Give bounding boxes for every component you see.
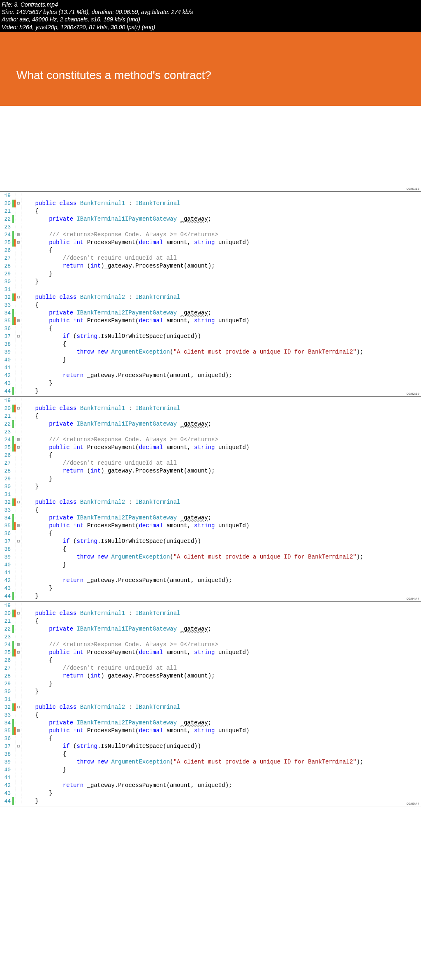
line-number: 27 [0, 664, 12, 672]
code-line: 24⊟ /// <returns>Response Code. Always >… [0, 436, 421, 444]
code-line: 28 return (int)_gateway.ProcessPayment(a… [0, 467, 421, 475]
line-number: 44 [0, 797, 12, 805]
line-number: 28 [0, 467, 12, 475]
line-number: 25 [0, 239, 12, 247]
line-number: 32 [0, 703, 12, 711]
code-line: 37⊟ if (string.IsNullOrWhiteSpace(unique… [0, 743, 421, 750]
code-line: 27 //doesn't require uniqueId at all [0, 664, 421, 672]
line-number: 35 [0, 727, 12, 735]
code-line: 23 [0, 223, 421, 231]
line-number: 21 [0, 617, 12, 625]
line-number: 34 [0, 309, 12, 317]
code-line: 21 { [0, 412, 421, 420]
fold-icon[interactable]: ⊟ [16, 293, 21, 301]
code-line: 39 throw new ArgumentException("A client… [0, 348, 421, 356]
line-number: 31 [0, 286, 12, 293]
line-number: 24 [0, 641, 12, 649]
code-line: 32⊟ public class BankTerminal2 : IBankTe… [0, 703, 421, 711]
line-number: 20 [0, 200, 12, 207]
line-number: 29 [0, 270, 12, 278]
code-line: 28 return (int)_gateway.ProcessPayment(a… [0, 672, 421, 680]
line-number: 20 [0, 405, 12, 412]
line-number: 38 [0, 545, 12, 553]
fold-icon[interactable]: ⊟ [16, 610, 21, 617]
fold-icon[interactable]: ⊟ [16, 538, 21, 545]
line-number: 42 [0, 577, 12, 584]
presentation-slide: What constitutes a method's contract? [0, 32, 421, 106]
line-number: 41 [0, 569, 12, 577]
fold-icon[interactable]: ⊟ [16, 703, 21, 711]
line-number: 44 [0, 387, 12, 395]
line-number: 34 [0, 514, 12, 522]
code-line: 38 { [0, 340, 421, 348]
line-number: 28 [0, 262, 12, 270]
line-number: 36 [0, 735, 12, 743]
line-number: 43 [0, 584, 12, 592]
code-line: 44 } [0, 387, 421, 395]
fold-icon[interactable]: ⊟ [16, 498, 21, 506]
line-number: 39 [0, 758, 12, 766]
code-line: 23 [0, 633, 421, 641]
code-line: 24⊟ /// <returns>Response Code. Always >… [0, 231, 421, 239]
code-line: 33 { [0, 506, 421, 514]
line-number: 26 [0, 656, 12, 664]
line-number: 29 [0, 680, 12, 688]
fold-icon[interactable]: ⊟ [16, 444, 21, 452]
line-number: 38 [0, 750, 12, 758]
code-line: 43 } [0, 789, 421, 797]
timestamp-label: 00:05:44 [407, 802, 419, 805]
code-line: 43 } [0, 584, 421, 592]
line-number: 19 [0, 397, 12, 405]
code-line: 21 { [0, 207, 421, 215]
line-number: 26 [0, 452, 12, 459]
line-number: 38 [0, 340, 12, 348]
slide-title: What constitutes a method's contract? [16, 69, 405, 82]
file-info-line: Size: 14375637 bytes (13.71 MiB), durati… [2, 8, 419, 16]
fold-icon[interactable]: ⊟ [16, 436, 21, 444]
code-line: 43 } [0, 379, 421, 387]
code-line: 29 } [0, 270, 421, 278]
line-number: 21 [0, 207, 12, 215]
fold-icon[interactable]: ⊟ [16, 231, 21, 239]
code-line: 37⊟ if (string.IsNullOrWhiteSpace(unique… [0, 538, 421, 545]
line-number: 35 [0, 317, 12, 325]
fold-icon[interactable]: ⊟ [16, 641, 21, 649]
code-line: 35⊟ public int ProcessPayment(decimal am… [0, 317, 421, 325]
code-line: 22 private IBankTerminal1IPaymentGateway… [0, 625, 421, 633]
line-number: 39 [0, 348, 12, 356]
code-line: 20⊟ public class BankTerminal1 : IBankTe… [0, 200, 421, 207]
fold-icon[interactable]: ⊟ [16, 333, 21, 340]
line-number: 33 [0, 301, 12, 309]
code-line: 31 [0, 491, 421, 498]
code-line: 39 throw new ArgumentException("A client… [0, 553, 421, 561]
fold-icon[interactable]: ⊟ [16, 522, 21, 530]
line-number: 21 [0, 412, 12, 420]
fold-icon[interactable]: ⊟ [16, 727, 21, 735]
line-number: 42 [0, 782, 12, 789]
line-number: 31 [0, 491, 12, 498]
code-line: 19 [0, 397, 421, 405]
line-number: 23 [0, 223, 12, 231]
line-number: 31 [0, 696, 12, 703]
code-line: 35⊟ public int ProcessPayment(decimal am… [0, 727, 421, 735]
fold-icon[interactable]: ⊟ [16, 649, 21, 656]
fold-icon[interactable]: ⊟ [16, 743, 21, 750]
code-line: 40 } [0, 766, 421, 774]
code-line: 38 { [0, 750, 421, 758]
code-line: 44 } [0, 797, 421, 805]
fold-icon[interactable]: ⊟ [16, 239, 21, 247]
code-line: 19 [0, 602, 421, 610]
code-line: 42 return _gateway.ProcessPayment(amount… [0, 372, 421, 379]
code-line: 27 //doesn't require uniqueId at all [0, 254, 421, 262]
code-line: 25⊟ public int ProcessPayment(decimal am… [0, 649, 421, 656]
code-line: 35⊟ public int ProcessPayment(decimal am… [0, 522, 421, 530]
line-number: 30 [0, 483, 12, 491]
line-number: 24 [0, 436, 12, 444]
fold-icon[interactable]: ⊟ [16, 200, 21, 207]
fold-icon[interactable]: ⊟ [16, 405, 21, 412]
file-info-line: Audio: aac, 48000 Hz, 2 channels, s16, 1… [2, 16, 419, 23]
file-info-line: Video: h264, yuv420p, 1280x720, 81 kb/s,… [2, 23, 419, 31]
line-number: 30 [0, 688, 12, 696]
line-number: 33 [0, 506, 12, 514]
fold-icon[interactable]: ⊟ [16, 317, 21, 325]
